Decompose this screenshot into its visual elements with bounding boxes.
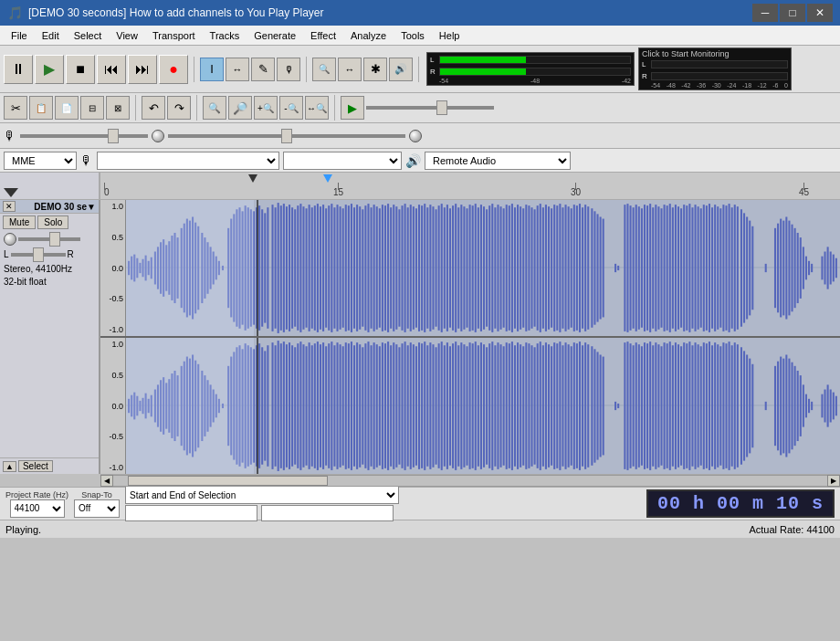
actual-rate: Actual Rate: 44100 [749, 524, 835, 535]
play-button[interactable]: ▶ [35, 55, 64, 84]
paste-button[interactable]: 📄 [55, 96, 79, 120]
menu-tracks[interactable]: Tracks [203, 28, 247, 43]
menu-generate[interactable]: Generate [247, 28, 303, 43]
svg-rect-105 [426, 207, 428, 329]
output-device-select[interactable]: Remote Audio [425, 152, 571, 170]
menu-analyze[interactable]: Analyze [343, 28, 394, 43]
zoom-time-tool-button[interactable]: ↔ [338, 58, 362, 81]
playback-slider[interactable] [366, 106, 494, 110]
track-select-button[interactable]: Select [18, 460, 53, 472]
undo-button[interactable]: ↶ [142, 96, 165, 120]
track-gain-knob[interactable] [4, 233, 16, 246]
multi-tool-button[interactable]: ✱ [363, 58, 387, 81]
menu-tools[interactable]: Tools [394, 28, 432, 43]
menu-edit[interactable]: Edit [35, 28, 67, 43]
pause-button[interactable]: ⏸ [4, 55, 33, 84]
menu-help[interactable]: Help [432, 28, 467, 43]
input-channel-select[interactable] [283, 152, 402, 170]
output-level-slider[interactable] [168, 134, 405, 138]
project-rate-select[interactable]: 44100 [10, 499, 65, 518]
downward-arrow [4, 188, 18, 197]
r-label: R [68, 249, 74, 259]
menu-effect[interactable]: Effect [303, 28, 343, 43]
minimize-button[interactable]: ─ [752, 4, 778, 22]
snap-to-select[interactable]: Off [74, 499, 120, 518]
mute-button[interactable]: Mute [3, 215, 36, 229]
zoom-normal-button[interactable]: ↔🔍 [305, 96, 329, 120]
input-mic-icon: 🎙 [4, 129, 16, 143]
scroll-thumb[interactable] [128, 476, 328, 486]
svg-rect-190 [680, 208, 682, 328]
time-display: 00 h 00 m 10 s [646, 489, 835, 518]
svg-rect-347 [438, 343, 440, 468]
input-device-select[interactable] [97, 152, 279, 170]
record-button[interactable]: ● [159, 55, 188, 84]
svg-rect-181 [655, 205, 656, 331]
scroll-right-button[interactable]: ▶ [827, 475, 840, 487]
svg-rect-130 [497, 205, 499, 331]
solo-button[interactable]: Solo [37, 215, 68, 229]
scroll-track[interactable] [113, 475, 827, 487]
redo-button[interactable]: ↷ [167, 96, 191, 120]
zoom-out-button[interactable]: 🔎 [228, 96, 252, 120]
track-pan-slider[interactable] [11, 253, 66, 257]
end-time-input[interactable]: 00 h 00 m 00.000 s [261, 505, 394, 521]
trim-button[interactable]: ⊟ [80, 96, 104, 120]
track-gain-slider[interactable] [18, 237, 80, 241]
stop-button[interactable]: ■ [66, 55, 95, 84]
svg-rect-61 [302, 206, 304, 330]
svg-rect-299 [302, 344, 304, 468]
scroll-left-button[interactable]: ◀ [100, 475, 113, 487]
menu-file[interactable]: File [4, 28, 35, 43]
svg-rect-461 [791, 363, 793, 450]
svg-rect-318 [356, 342, 358, 469]
svg-rect-433 [695, 342, 697, 469]
envelope-tool-button[interactable]: ↔ [226, 58, 249, 81]
svg-rect-56 [289, 205, 290, 331]
monitor-click-text[interactable]: Click to Start Monitoring [642, 49, 730, 58]
driver-select[interactable]: MME [4, 152, 77, 170]
svg-rect-428 [680, 346, 682, 466]
zoom-in2-button[interactable]: +🔍 [254, 96, 278, 120]
skip-back-button[interactable]: ⏮ [97, 55, 126, 84]
svg-rect-421 [660, 346, 662, 466]
svg-rect-312 [340, 344, 341, 468]
ch1-scale: 1.0 0.5 0.0 -0.5 -1.0 [100, 200, 126, 336]
track-close-button[interactable]: ✕ [3, 201, 16, 212]
svg-rect-140 [525, 205, 527, 331]
select-down-button[interactable]: ▲ [3, 461, 16, 472]
svg-rect-113 [449, 208, 451, 328]
svg-rect-393 [568, 344, 570, 468]
svg-rect-236 [835, 258, 837, 278]
svg-rect-290 [278, 341, 279, 471]
zoom-sel2-button[interactable]: -🔍 [279, 96, 303, 120]
close-button[interactable]: ✕ [807, 4, 833, 22]
svg-rect-156 [571, 208, 572, 328]
menu-select[interactable]: Select [67, 28, 110, 43]
waveform-channel-2[interactable]: 1.0 0.5 0.0 -0.5 -1.0 [100, 338, 840, 474]
zoom-fit-button[interactable]: 🔍 [203, 96, 226, 120]
toolbar-separator-2 [306, 57, 307, 82]
cut-button[interactable]: ✂ [4, 96, 27, 120]
svg-rect-49 [267, 207, 268, 329]
svg-rect-149 [551, 208, 552, 328]
menu-view[interactable]: View [109, 28, 145, 43]
playback-play-button[interactable]: ▶ [341, 96, 364, 120]
start-time-input[interactable]: 00 h 00 m 00.000 s [125, 505, 257, 521]
copy-button[interactable]: 📋 [29, 96, 53, 120]
svg-rect-324 [373, 342, 375, 469]
draw-tool-button[interactable]: ✎ [251, 58, 275, 81]
input-level-slider[interactable] [20, 134, 148, 138]
skip-fwd-button[interactable]: ⏭ [128, 55, 157, 84]
selection-tool-button[interactable]: I [200, 58, 224, 81]
waveform-channel-1[interactable]: 1.0 0.5 0.0 -0.5 -1.0 [100, 200, 840, 338]
maximize-button[interactable]: □ [780, 4, 805, 22]
menu-transport[interactable]: Transport [145, 28, 203, 43]
zoom-in-tool-button[interactable]: 🔍 [312, 58, 336, 81]
mic-tool-button[interactable]: 🎙 [277, 58, 300, 81]
svg-rect-321 [364, 343, 366, 468]
svg-rect-458 [782, 359, 784, 454]
silence-button[interactable]: ⊠ [106, 96, 130, 120]
selection-dropdown[interactable]: Start and End of Selection [125, 486, 399, 504]
speaker-tool-button[interactable]: 🔊 [389, 58, 413, 81]
